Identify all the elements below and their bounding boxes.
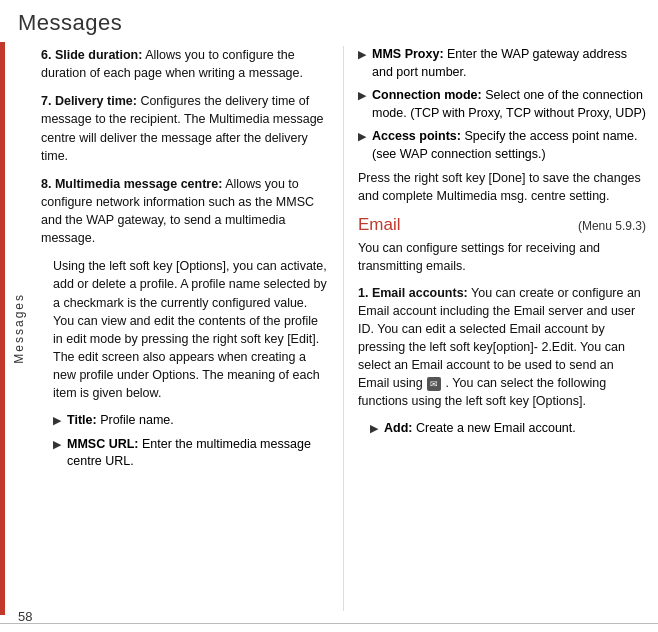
bullet-access-points: ▶ Access points: Specify the access poin… <box>358 128 646 163</box>
item-7: 7. Delivery time: Configures the deliver… <box>41 92 329 165</box>
email-item-1: 1. Email accounts: You can create or con… <box>358 284 646 411</box>
item-6-text: 6. Slide duration: Allows you to configu… <box>41 46 329 82</box>
bullet-arrow-title: ▶ <box>53 413 67 430</box>
bullet-mmsc-label: MMSC URL: <box>67 437 139 451</box>
bullet-arrow-conn: ▶ <box>358 88 372 122</box>
email-section-title: Email <box>358 215 401 235</box>
bullet-title-text: Profile name. <box>100 413 174 427</box>
bullet-title: ▶ Title: Profile name. <box>53 412 329 430</box>
bullet-arrow-add: ▶ <box>370 421 384 438</box>
side-label: Messages <box>12 293 26 364</box>
item-8-title: Multimedia message centre: <box>55 177 222 191</box>
item-8-number: 8. <box>41 177 55 191</box>
item-8-text: 8. Multimedia message centre: Allows you… <box>41 175 329 248</box>
bullet-mmsc-url: ▶ MMSC URL: Enter the multimedia message… <box>53 436 329 471</box>
item-7-text: 7. Delivery time: Configures the deliver… <box>41 92 329 165</box>
page-title: Messages <box>0 0 658 42</box>
bullet-conn-label: Connection mode: <box>372 88 482 102</box>
email-item-1-number: 1. <box>358 286 372 300</box>
email-intro: You can configure settings for receiving… <box>358 239 646 275</box>
bullet-add-label: Add: <box>384 421 412 435</box>
left-column: 6. Slide duration: Allows you to configu… <box>33 46 344 611</box>
bullet-arrow-mmsc: ▶ <box>53 437 67 471</box>
bullet-add-content: Add: Create a new Email account. <box>384 420 646 438</box>
bullet-mmsc-content: MMSC URL: Enter the multimedia message c… <box>67 436 329 471</box>
bullet-title-label: Title: <box>67 413 97 427</box>
bullet-connection-mode: ▶ Connection mode: Select one of the con… <box>358 87 646 122</box>
bullet-add-email: ▶ Add: Create a new Email account. <box>370 420 646 438</box>
bullet-arrow-access: ▶ <box>358 129 372 163</box>
item-6: 6. Slide duration: Allows you to configu… <box>41 46 329 82</box>
email-menu-ref: (Menu 5.9.3) <box>578 219 646 233</box>
bullet-conn-content: Connection mode: Select one of the conne… <box>372 87 646 122</box>
bullet-access-content: Access points: Specify the access point … <box>372 128 646 163</box>
bullet-add-text: Create a new Email account. <box>416 421 576 435</box>
item-8-detail: Using the left soft key [Options], you c… <box>53 257 329 402</box>
item-6-number: 6. <box>41 48 55 62</box>
bullet-mms-proxy-label: MMS Proxy: <box>372 47 444 61</box>
email-item-1-body: You can create or configure an Email acc… <box>358 286 641 391</box>
item-6-title: Slide duration: <box>55 48 143 62</box>
email-title-row: Email (Menu 5.9.3) <box>358 215 646 235</box>
page-number: 58 <box>18 609 32 624</box>
email-item-1-title: Email accounts: <box>372 286 468 300</box>
bullet-mms-proxy: ▶ MMS Proxy: Enter the WAP gateway addre… <box>358 46 646 81</box>
envelope-icon: ✉ <box>427 377 441 391</box>
item-7-number: 7. <box>41 94 55 108</box>
item-7-title: Delivery time: <box>55 94 137 108</box>
main-content: 6. Slide duration: Allows you to configu… <box>33 42 658 615</box>
save-note: Press the right soft key [Done] to save … <box>358 169 646 205</box>
side-label-container: Messages <box>5 42 33 615</box>
item-8-detail-text: Using the left soft key [Options], you c… <box>53 257 329 402</box>
bottom-divider <box>0 623 658 624</box>
bullet-arrow-mms-proxy: ▶ <box>358 47 372 81</box>
right-column: ▶ MMS Proxy: Enter the WAP gateway addre… <box>344 46 658 611</box>
bullet-access-label: Access points: <box>372 129 461 143</box>
bullet-title-content: Title: Profile name. <box>67 412 329 430</box>
content-area: Messages 6. Slide duration: Allows you t… <box>0 42 658 615</box>
bullet-mms-proxy-content: MMS Proxy: Enter the WAP gateway address… <box>372 46 646 81</box>
email-item-1-text: 1. Email accounts: You can create or con… <box>358 284 646 411</box>
page-container: Messages Messages 6. Slide duration: All… <box>0 0 658 632</box>
item-8: 8. Multimedia message centre: Allows you… <box>41 175 329 248</box>
